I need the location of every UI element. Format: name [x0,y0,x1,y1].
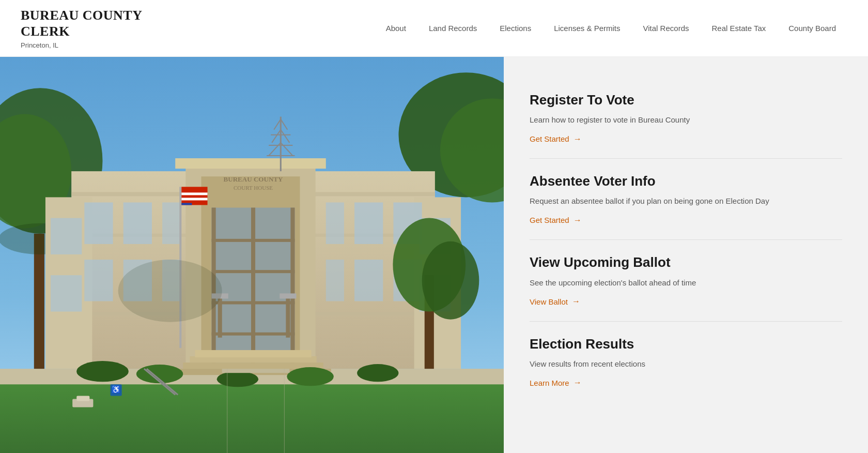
svg-rect-79 [76,396,89,401]
section-results: Election Results View results from recen… [530,322,842,402]
section-ballot-desc: See the upcoming election's ballot ahead… [530,277,842,289]
right-panel: Register To Vote Learn how to register t… [504,57,868,453]
svg-rect-80 [222,369,290,373]
svg-rect-48 [181,192,207,195]
svg-rect-26 [84,202,113,244]
svg-rect-29 [84,260,113,301]
section-absentee-link[interactable]: Get Started → [530,216,582,225]
section-ballot-link[interactable]: View Ballot → [530,297,580,306]
arrow-right-icon-4: → [574,378,582,387]
svg-point-71 [287,367,333,386]
svg-rect-49 [181,198,207,200]
section-absentee-desc: Request an absentee ballot if you plan o… [530,195,842,207]
logo: BUREAU COUNTY CLERK Princeton, IL [21,7,142,49]
section-register-title: Register To Vote [530,92,842,108]
arrow-right-icon: → [574,134,582,144]
section-ballot-title: View Upcoming Ballot [530,254,842,270]
svg-rect-32 [326,202,344,244]
svg-rect-35 [326,260,344,301]
svg-point-70 [217,371,258,387]
svg-rect-47 [181,187,207,205]
svg-rect-25 [251,208,255,369]
svg-rect-64 [280,293,296,298]
svg-point-75 [118,260,222,322]
svg-rect-36 [354,260,383,301]
section-results-title: Election Results [530,336,842,352]
svg-point-68 [76,361,129,382]
site-header: BUREAU COUNTY CLERK Princeton, IL About … [0,0,868,57]
svg-rect-28 [162,202,180,244]
svg-rect-63 [286,296,290,337]
nav-vital-records[interactable]: Vital Records [632,24,701,33]
main-content: BUREAU COUNTY COURT HOUSE ♿ Register To … [0,57,868,453]
section-register-link[interactable]: Get Started → [530,134,582,144]
svg-text:♿: ♿ [112,385,121,394]
section-results-desc: View results from recent elections [530,358,842,370]
svg-rect-1 [0,379,504,453]
arrow-right-icon-2: → [574,216,582,225]
nav-about[interactable]: About [375,24,417,33]
section-absentee-title: Absentee Voter Info [530,173,842,189]
svg-text:BUREAU COUNTY: BUREAU COUNTY [224,175,283,183]
svg-rect-40 [51,218,82,254]
nav-county-board[interactable]: County Board [777,24,847,33]
section-results-link[interactable]: Learn More → [530,378,582,387]
section-absentee: Absentee Voter Info Request an absentee … [530,159,842,240]
svg-rect-27 [123,202,152,244]
svg-rect-33 [354,202,383,244]
nav-licenses-permits[interactable]: Licenses & Permits [542,24,631,33]
section-register: Register To Vote Learn how to register t… [530,78,842,159]
svg-point-72 [357,364,398,382]
svg-rect-61 [218,296,222,337]
logo-title: BUREAU COUNTY CLERK [21,7,142,39]
svg-text:COURT HOUSE: COURT HOUSE [234,185,273,191]
svg-rect-41 [51,275,82,311]
nav-land-records[interactable]: Land Records [417,24,488,33]
svg-rect-17 [175,158,326,169]
arrow-right-icon-3: → [572,297,580,306]
section-ballot: View Upcoming Ballot See the upcoming el… [530,240,842,321]
nav-elections[interactable]: Elections [488,24,542,33]
nav-real-estate-tax[interactable]: Real Estate Tax [700,24,777,33]
svg-rect-45 [195,350,311,357]
logo-subtitle: Princeton, IL [21,41,142,49]
hero-image: BUREAU COUNTY COURT HOUSE ♿ [0,57,504,453]
section-register-desc: Learn how to register to vote in Bureau … [530,114,842,126]
svg-rect-50 [181,203,192,205]
main-nav: About Land Records Elections Licenses & … [375,24,847,33]
svg-rect-20 [290,208,295,369]
svg-point-67 [422,241,479,320]
